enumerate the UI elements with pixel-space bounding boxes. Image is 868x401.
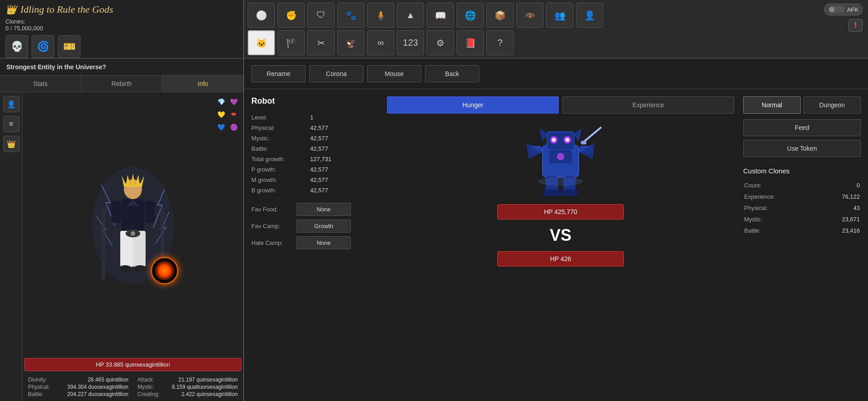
battle-tabs: Hunger Experience (387, 96, 734, 114)
custom-clones-table: Count: 0 Experience: 76,122 Physical: 43… (743, 179, 861, 237)
hate-camp-select[interactable]: None (297, 236, 351, 249)
tab-info[interactable]: Info (162, 76, 243, 92)
afk-label: AFK (847, 6, 859, 13)
fav-camp-select[interactable]: Growth (297, 220, 351, 233)
experience-tab[interactable]: Experience (562, 96, 734, 114)
svg-line-31 (582, 127, 601, 143)
tb-cat-icon[interactable]: 🐱 (248, 30, 275, 55)
tb-triangle-icon[interactable]: ▲ (397, 3, 424, 28)
tb-123-icon[interactable]: 123 (397, 30, 424, 55)
tb-person-icon[interactable]: 🧍 (367, 3, 394, 28)
attack-label: Attack: (137, 377, 154, 383)
svg-rect-29 (542, 190, 560, 196)
ticket-item[interactable]: 🎫 (58, 35, 80, 58)
food-section: Fav Food: None Fav Camp: Growth Hate Cam… (251, 203, 378, 249)
svg-point-13 (119, 265, 132, 272)
pet-bgrowth-value: 42,577 (310, 185, 378, 196)
clone-phys-value: 43 (818, 203, 860, 213)
tab-rebirth[interactable]: Rebirth (81, 76, 163, 92)
attack-stat: Attack: 21.197 quinsexagintillion (137, 377, 238, 383)
gem-blue: 💎 (216, 97, 226, 107)
tb-paw-icon[interactable]: 🐾 (337, 3, 364, 28)
tb-infinity-icon[interactable]: ∞ (367, 30, 394, 55)
pet-mgrowth-row: M growth: 42,577 (251, 175, 378, 185)
battle-stat: Battle: 204.227 duosexagintillion (28, 391, 128, 397)
fav-camp-label: Fav Camp: (251, 223, 292, 229)
corona-button[interactable]: Corona (309, 65, 363, 82)
pet-pgrowth-label: P growth: (251, 164, 310, 175)
hunger-tab[interactable]: Hunger (387, 96, 559, 114)
fav-camp-row: Fav Camp: Growth (251, 220, 378, 233)
tb-globe-icon[interactable]: 🌐 (457, 3, 484, 28)
svg-rect-7 (111, 200, 121, 223)
game-title: 👑 Idling to Rule the Gods (5, 4, 238, 15)
mode-buttons: Normal Dungeon (743, 96, 861, 114)
use-token-button[interactable]: Use Token (743, 140, 861, 157)
entity-image-area: 💎 💜 💛 ❤ 💙 🟣 (23, 92, 243, 358)
pet-sprite-svg (515, 118, 606, 200)
custom-clones-title: Custom Clones (743, 167, 861, 175)
tb-person2-icon[interactable]: 👤 (576, 3, 603, 28)
fav-food-label: Fav Food: (251, 206, 292, 213)
crown-side-icon[interactable]: 👑 (3, 136, 19, 152)
swirl-item[interactable]: 🌀 (32, 35, 54, 58)
pet-battle-label: Battle: (251, 143, 310, 154)
pet-battle-value: 42,577 (310, 143, 378, 154)
tb-gear-icon[interactable]: ⚙ (427, 30, 454, 55)
fav-food-select[interactable]: None (297, 203, 351, 216)
clone-exp-value: 76,122 (818, 191, 860, 202)
svg-point-20 (566, 138, 569, 142)
dungeon-mode-button[interactable]: Dungeon (803, 96, 861, 114)
pet-pgrowth-row: P growth: 42,577 (251, 164, 378, 175)
svg-rect-8 (145, 200, 155, 223)
gem-grid: 💎 💜 💛 ❤ 💙 🟣 (216, 97, 239, 132)
left-header: 👑 Idling to Rule the Gods Clones: 0 / 75… (0, 0, 244, 58)
hate-camp-label: Hate Camp: (251, 239, 292, 246)
menu-icon[interactable]: ≡ (3, 116, 19, 132)
tb-book2-icon[interactable]: 📕 (457, 30, 484, 55)
mystic-label: Mystic: (137, 384, 154, 390)
creating-value: 2.422 quinsexagintillion (181, 391, 238, 397)
clone-exp-label: Experience: (744, 191, 817, 202)
back-button[interactable]: Back (425, 65, 479, 82)
tb-fist-icon[interactable]: ✊ (278, 3, 305, 28)
rename-button[interactable]: Rename (251, 65, 306, 82)
fav-food-row: Fav Food: None (251, 203, 378, 216)
pet-pgrowth-value: 42,577 (310, 164, 378, 175)
tb-question-icon[interactable]: ? (486, 30, 514, 55)
gem-purple: 💜 (229, 97, 239, 107)
tb-flag-icon[interactable]: 🏴 (278, 30, 305, 55)
normal-mode-button[interactable]: Normal (743, 96, 801, 114)
tb-book-icon[interactable]: 📖 (427, 3, 454, 28)
divinity-label: Divinity: (28, 377, 47, 383)
notification-button[interactable]: ! (849, 19, 863, 32)
tb-eagle-icon[interactable]: 🦅 (337, 30, 364, 55)
player-hp-bar: HP 426 (497, 251, 624, 267)
black-hole (151, 257, 178, 284)
profile-icon[interactable]: 👤 (3, 96, 19, 112)
toolbar-icons: ⚪ ✊ 🛡 🐾 🧍 ▲ 📖 🌐 📦 🦇 👥 👤 🐱 🏴 ✂ 🦅 ∞ 123 ⚙ … (244, 0, 814, 58)
panel-title: Strongest Entity in the Universe? (0, 59, 243, 76)
afk-toggle[interactable]: AFK (824, 4, 863, 15)
physical-label: Physical: (28, 384, 50, 390)
svg-marker-21 (540, 129, 547, 141)
tb-box-icon[interactable]: 📦 (486, 3, 514, 28)
svg-point-19 (552, 138, 556, 142)
battle-value: 204.227 duosexagintillion (67, 391, 128, 397)
tab-stats[interactable]: Stats (0, 76, 81, 92)
tb-group-icon[interactable]: 👥 (546, 3, 573, 28)
mouse-button[interactable]: Mouse (367, 65, 421, 82)
feed-button[interactable]: Feed (743, 119, 861, 136)
tb-scissors-icon[interactable]: ✂ (307, 30, 335, 55)
mystic-stat: Mystic: 8.159 quattuorsexagintillion (137, 384, 238, 390)
svg-rect-32 (581, 141, 586, 144)
clone-mystic-label: Mystic: (744, 214, 817, 224)
pet-level-value: 1 (310, 112, 378, 123)
tb-shield-icon[interactable]: 🛡 (307, 3, 335, 28)
tb-light-icon[interactable]: ⚪ (248, 3, 275, 28)
pet-stats-col: Robot Level: 1 Physical: 42,577 Mystic: … (251, 96, 378, 394)
tb-bat-icon[interactable]: 🦇 (516, 3, 543, 28)
skull-item[interactable]: 💀 (5, 35, 28, 58)
entity-stats: Divinity: 28.465 quintillion Attack: 21.… (23, 373, 243, 401)
rp-top-buttons: Rename Corona Mouse Back (244, 59, 868, 89)
